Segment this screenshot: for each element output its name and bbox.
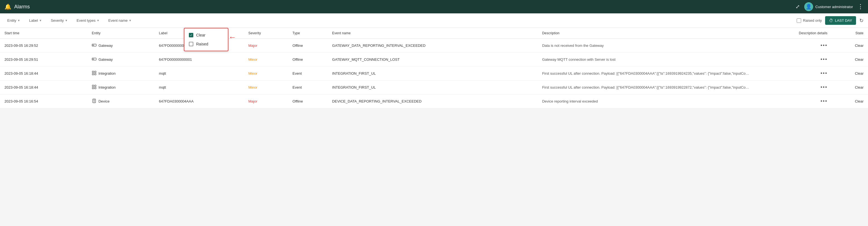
state-label: Clear bbox=[855, 57, 864, 62]
cell-type: Event bbox=[288, 66, 328, 81]
red-arrow-annotation: ← bbox=[228, 33, 236, 42]
svg-point-9 bbox=[94, 59, 94, 59]
state-label: Clear bbox=[855, 71, 864, 76]
cell-type: Offline bbox=[288, 94, 328, 108]
svg-rect-13 bbox=[95, 74, 96, 75]
entity-name: Integration bbox=[98, 85, 115, 89]
cell-type: Offline bbox=[288, 53, 328, 66]
cell-severity: Minor bbox=[244, 66, 288, 81]
cell-state: Clear bbox=[832, 53, 868, 66]
event-types-chevron-icon: ▼ bbox=[97, 19, 99, 22]
entity-filter[interactable]: Entity ▼ bbox=[4, 17, 23, 24]
col-severity: Severity bbox=[244, 28, 288, 39]
cell-severity: Minor bbox=[244, 53, 288, 66]
cell-description: Data is not received from the Gateway bbox=[538, 39, 755, 53]
table-row: 2023-09-05 16:29:51 Gateway 647FD0000000… bbox=[0, 53, 868, 66]
cell-entity: Gateway bbox=[87, 53, 154, 66]
details-button[interactable]: ••• bbox=[820, 43, 828, 49]
event-types-filter[interactable]: Event types ▼ bbox=[74, 17, 102, 24]
cell-type: Offline bbox=[288, 39, 328, 53]
cell-state: Clear bbox=[832, 81, 868, 94]
severity-filter-label: Severity bbox=[51, 19, 64, 23]
severity-chevron-icon: ▼ bbox=[65, 19, 68, 22]
entity-filter-label: Entity bbox=[7, 19, 17, 23]
raised-checkbox[interactable] bbox=[189, 42, 193, 46]
last-day-button[interactable]: ⏱ LAST DAY bbox=[825, 16, 856, 25]
cell-label: 647FDA0300004AAA bbox=[155, 94, 244, 108]
cell-description-details: ••• bbox=[755, 39, 832, 53]
label-filter-label: Label bbox=[29, 19, 38, 23]
table-row: 2023-09-05 16:18:44 Integration mqtt Min… bbox=[0, 81, 868, 94]
svg-rect-10 bbox=[92, 71, 94, 73]
severity-filter[interactable]: Severity ▼ bbox=[48, 17, 70, 24]
table-body: 2023-09-05 16:29:52 Gateway 647FD0000000… bbox=[0, 39, 868, 108]
col-entity: Entity bbox=[87, 28, 154, 39]
cell-start-time: 2023-09-05 16:18:44 bbox=[0, 81, 87, 94]
cell-entity: Integration bbox=[87, 66, 154, 81]
svg-point-2 bbox=[93, 45, 93, 46]
refresh-button[interactable]: ↻ bbox=[859, 18, 864, 24]
cell-start-time: 2023-09-05 16:29:52 bbox=[0, 39, 87, 53]
clock-icon: ⏱ bbox=[829, 18, 833, 23]
clear-option[interactable]: ✓ Clear bbox=[184, 31, 228, 39]
svg-rect-15 bbox=[95, 85, 96, 86]
avatar: 👤 bbox=[804, 2, 813, 11]
cell-start-time: 2023-09-05 16:16:54 bbox=[0, 94, 87, 108]
svg-rect-16 bbox=[92, 87, 94, 89]
alarms-table-container: Start time Entity Label Severity Type Ev… bbox=[0, 28, 868, 108]
alarm-state-dropdown: ✓ Clear Raised bbox=[184, 28, 228, 51]
state-label: Clear bbox=[855, 44, 864, 48]
cell-event-name: GATEWAY_DATA_REPORTING_INTERVAL_EXCEEDED bbox=[328, 39, 538, 53]
entity-name: Gateway bbox=[98, 44, 113, 48]
raised-only-label: Raised only bbox=[803, 19, 822, 23]
cell-description: Gateway MQTT connection with Server is l… bbox=[538, 53, 755, 66]
cell-description-details: ••• bbox=[755, 94, 832, 108]
col-type: Type bbox=[288, 28, 328, 39]
svg-rect-11 bbox=[95, 71, 96, 73]
raised-only-filter: Raised only bbox=[797, 19, 822, 23]
table-header: Start time Entity Label Severity Type Ev… bbox=[0, 28, 868, 39]
state-label: Clear bbox=[855, 85, 864, 89]
cell-description-details: ••• bbox=[755, 53, 832, 66]
cell-description-details: ••• bbox=[755, 66, 832, 81]
integration-icon bbox=[92, 70, 97, 76]
cell-label: 647FD00000000001 bbox=[155, 53, 244, 66]
cell-start-time: 2023-09-05 16:29:51 bbox=[0, 53, 87, 66]
cell-description: Device reporting interval exceeded bbox=[538, 94, 755, 108]
col-description: Description bbox=[538, 28, 755, 39]
col-start-time: Start time bbox=[0, 28, 87, 39]
details-button[interactable]: ••• bbox=[820, 98, 828, 104]
raised-only-checkbox[interactable] bbox=[797, 19, 801, 23]
label-filter[interactable]: Label ▼ bbox=[26, 17, 44, 24]
cell-state: Clear bbox=[832, 39, 868, 53]
raised-option[interactable]: Raised bbox=[184, 39, 228, 49]
cell-event-name: GATEWAY_MQTT_CONNECTION_LOST bbox=[328, 53, 538, 66]
cell-event-name: INTEGRATION_FIRST_UL bbox=[328, 66, 538, 81]
details-button[interactable]: ••• bbox=[820, 57, 828, 62]
event-name-filter[interactable]: Event name ▼ bbox=[105, 17, 134, 24]
more-options-button[interactable]: ⋮ bbox=[858, 3, 864, 10]
details-button[interactable]: ••• bbox=[820, 84, 828, 90]
entity-chevron-icon: ▼ bbox=[18, 19, 20, 22]
clear-checkbox[interactable]: ✓ bbox=[189, 33, 193, 37]
col-description-details: Description details bbox=[755, 28, 832, 39]
table-row: 2023-09-05 16:16:54 Device 647FDA0300004… bbox=[0, 94, 868, 108]
details-button[interactable]: ••• bbox=[820, 70, 828, 76]
cell-description-details: ••• bbox=[755, 81, 832, 94]
col-state: State bbox=[832, 28, 868, 39]
cell-description: First successful UL after connection. Pa… bbox=[538, 81, 755, 94]
label-chevron-icon: ▼ bbox=[39, 19, 42, 22]
clear-option-label: Clear bbox=[196, 33, 205, 37]
state-label: Clear bbox=[855, 99, 864, 103]
gateway-icon bbox=[92, 57, 97, 62]
filter-bar-right: Raised only ⏱ LAST DAY ↻ bbox=[797, 16, 864, 25]
raised-option-label: Raised bbox=[196, 42, 208, 46]
entity-name: Device bbox=[98, 99, 110, 103]
cell-event-name: INTEGRATION_FIRST_UL bbox=[328, 81, 538, 94]
last-day-label: LAST DAY bbox=[835, 19, 852, 23]
svg-point-21 bbox=[94, 102, 95, 102]
expand-button[interactable]: ⤢ bbox=[796, 4, 800, 10]
svg-rect-17 bbox=[95, 87, 96, 89]
event-types-filter-label: Event types bbox=[76, 19, 96, 23]
user-avatar-icon: 👤 bbox=[806, 4, 812, 10]
